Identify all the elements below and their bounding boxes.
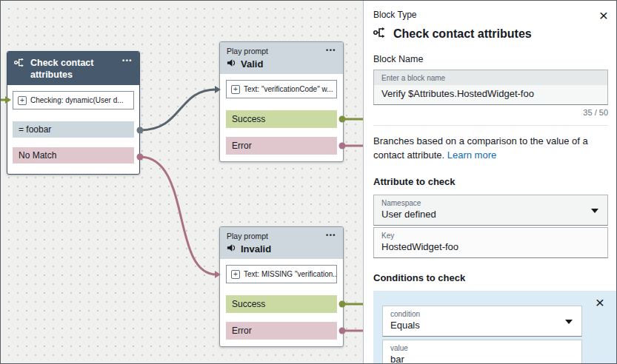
condition-label: condition — [383, 306, 581, 319]
expand-plus-icon[interactable]: + — [231, 270, 240, 279]
block-name-placeholder: Enter a block name — [374, 70, 607, 85]
conditions-to-check-heading: Conditions to check — [373, 272, 608, 283]
key-value: HostedWidget-foo — [374, 240, 607, 257]
contact-flow-editor: Check contact attributes ••• + Checking:… — [0, 0, 617, 364]
block-check-contact-attributes[interactable]: Check contact attributes ••• + Checking:… — [7, 51, 140, 175]
key-label: Key — [374, 228, 607, 240]
branch-row-error: Error — [226, 137, 337, 155]
branch-icon — [14, 57, 25, 71]
block-header: Play prompt ••• Invalid — [220, 227, 343, 259]
block-name-value: Verify $Attributes.HostedWidget-foo — [374, 85, 607, 104]
branch-row-success: Success — [226, 110, 337, 128]
panel-title: Check contact attributes — [393, 27, 532, 41]
prompt-text-row: + Text: "verificationCode" w... — [226, 80, 337, 98]
learn-more-link[interactable]: Learn more — [447, 149, 496, 161]
block-type-label: Play prompt — [227, 47, 268, 55]
block-name-input[interactable]: Enter a block name Verify $Attributes.Ho… — [373, 70, 608, 105]
value-label: value — [383, 340, 581, 353]
branch-row-success: Success — [226, 295, 337, 313]
block-body: + Text: MISSING "verification... Success… — [220, 259, 343, 346]
divider — [373, 125, 608, 126]
block-body: + Text: "verificationCode" w... Success … — [220, 74, 343, 161]
value-value: bar — [383, 353, 581, 363]
attribute-to-check-heading: Attribute to check — [373, 176, 608, 187]
block-header: Play prompt ••• Valid — [220, 42, 343, 74]
condition-value: Equals — [383, 319, 581, 336]
block-header: Check contact attributes ••• — [7, 52, 139, 85]
properties-panel: Block Type × Check contact attributes Bl… — [363, 1, 617, 363]
branch-row-error: Error — [226, 322, 337, 340]
chevron-down-icon — [591, 209, 598, 213]
prompt-text: Text: "verificationCode" w... — [244, 84, 333, 94]
wire-foobar-to-valid — [140, 90, 216, 130]
namespace-value: User defined — [374, 208, 607, 225]
expand-plus-icon[interactable]: + — [231, 85, 240, 94]
branch-row-foobar: = foobar — [13, 121, 134, 138]
namespace-select[interactable]: Namespace User defined — [373, 195, 608, 226]
block-description: Branches based on a comparison to the va… — [373, 134, 608, 162]
block-body: + Checking: dynamic(User d... = foobar N… — [7, 85, 139, 174]
namespace-label: Namespace — [374, 195, 607, 208]
branch-icon — [373, 27, 387, 41]
close-panel-icon[interactable]: × — [599, 10, 608, 21]
flow-canvas[interactable]: Check contact attributes ••• + Checking:… — [1, 1, 363, 363]
prompt-text: Text: MISSING "verification... — [244, 269, 337, 279]
block-type-label: Block Type — [373, 10, 416, 20]
block-menu-icon[interactable]: ••• — [326, 232, 336, 239]
checking-row-text: Checking: dynamic(User d... — [30, 95, 124, 105]
key-input[interactable]: Key HostedWidget-foo — [373, 227, 608, 258]
prompt-text-row: + Text: MISSING "verification... — [226, 265, 337, 283]
speaker-icon — [227, 243, 236, 255]
checking-row: + Checking: dynamic(User d... — [13, 91, 134, 109]
chevron-down-icon — [565, 320, 573, 324]
block-title: Check contact attributes — [30, 57, 110, 81]
wire-no-match-to-invalid — [140, 157, 216, 274]
block-menu-icon[interactable]: ••• — [326, 47, 336, 54]
block-menu-icon[interactable]: ••• — [122, 57, 133, 64]
condition-card: × condition Equals value bar — [373, 291, 617, 363]
expand-plus-icon[interactable]: + — [18, 96, 27, 105]
char-counter: 35 / 50 — [373, 108, 608, 117]
speaker-icon — [227, 58, 236, 70]
block-type-label: Play prompt — [227, 232, 268, 240]
remove-condition-icon[interactable]: × — [591, 295, 609, 310]
block-play-prompt-valid[interactable]: Play prompt ••• Valid + Text: "verificat… — [219, 41, 344, 162]
condition-value-input[interactable]: value bar — [382, 340, 582, 363]
block-name-label: Block Name — [373, 54, 608, 64]
block-title: Invalid — [241, 243, 271, 255]
condition-select[interactable]: condition Equals — [382, 306, 582, 337]
block-title: Valid — [241, 58, 263, 70]
branch-row-no-match: No Match — [13, 147, 134, 164]
block-play-prompt-invalid[interactable]: Play prompt ••• Invalid + Text: MISSING … — [219, 226, 344, 347]
